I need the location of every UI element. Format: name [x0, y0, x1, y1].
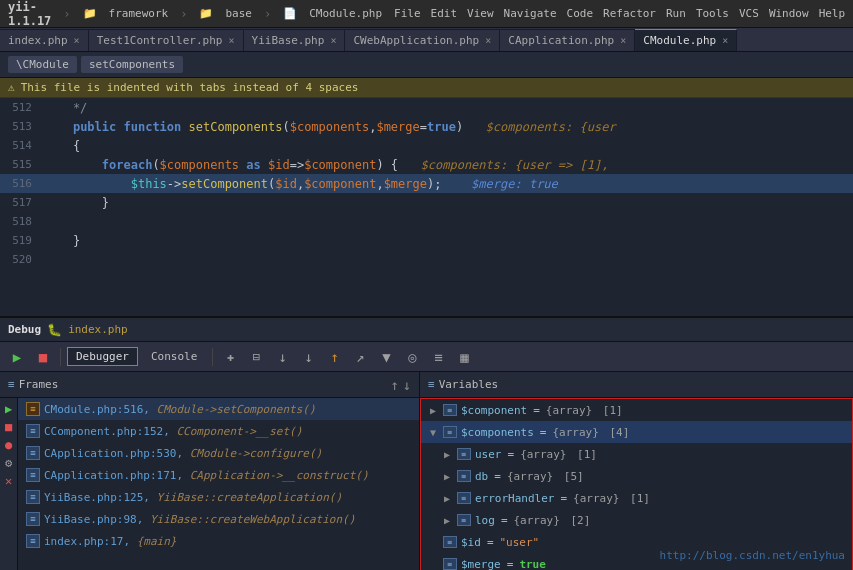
- frame-icon: ≡: [26, 534, 40, 548]
- frames-list: ▶ ■ ● ⚙ ✕ ≡ CModule.php:516, CModule->se…: [0, 398, 419, 570]
- frames-header: ≡ Frames ↑ ↓: [0, 372, 419, 398]
- menu-refactor[interactable]: Refactor: [603, 7, 656, 20]
- folder-icon2: 📁: [199, 7, 213, 20]
- var-type-icon: ≡: [443, 536, 457, 548]
- frame-item-2[interactable]: ≡ CApplication.php:530, CModule->configu…: [18, 442, 419, 464]
- toolbar-add-btn[interactable]: ✚: [219, 346, 241, 368]
- tab-console[interactable]: Console: [142, 347, 206, 366]
- expand-icon[interactable]: ▶: [441, 470, 453, 482]
- var-component[interactable]: ▶ ≡ $component = {array} [1]: [421, 399, 852, 421]
- toolbar-step-over-btn[interactable]: ↓: [271, 346, 293, 368]
- breadcrumb-framework: framework: [109, 7, 169, 20]
- frame-icon: ≡: [26, 468, 40, 482]
- menu-tools[interactable]: Tools: [696, 7, 729, 20]
- expand-icon[interactable]: ▼: [427, 426, 439, 438]
- menu-help[interactable]: Help: [819, 7, 846, 20]
- frames-title: ≡ Frames: [8, 378, 58, 391]
- frame-item-5[interactable]: ≡ YiiBase.php:98, YiiBase::createWebAppl…: [18, 508, 419, 530]
- code-line-516: 516 $this->setComponent($id,$component,$…: [0, 174, 853, 193]
- toolbar-watch-btn[interactable]: ◎: [401, 346, 423, 368]
- code-line-512: 512 */: [0, 98, 853, 117]
- warning-text: This file is indented with tabs instead …: [21, 81, 359, 94]
- tab-cwebapp[interactable]: CWebApplication.php ×: [345, 29, 500, 51]
- close-icon[interactable]: ×: [485, 35, 491, 46]
- tab-index-php[interactable]: index.php ×: [0, 29, 89, 51]
- toolbar-run-cursor-btn[interactable]: ↗: [349, 346, 371, 368]
- frames-icon: ≡: [8, 378, 15, 391]
- toolbar-settings-btn[interactable]: ≡: [427, 346, 449, 368]
- file-tabs: index.php × Test1Controller.php × YiiBas…: [0, 28, 853, 52]
- toolbar-step-into-btn[interactable]: ↓: [297, 346, 319, 368]
- var-db[interactable]: ▶ ≡ db = {array} [5]: [421, 465, 852, 487]
- breadcrumb-setcomponents[interactable]: setComponents: [81, 56, 183, 73]
- var-components[interactable]: ▼ ≡ $components = {array} [4]: [421, 421, 852, 443]
- frame-item-3[interactable]: ≡ CApplication.php:171, CApplication->__…: [18, 464, 419, 486]
- menu-vcs[interactable]: VCS: [739, 7, 759, 20]
- var-log[interactable]: ▶ ≡ log = {array} [2]: [421, 509, 852, 531]
- menu-run[interactable]: Run: [666, 7, 686, 20]
- code-line-514: 514 {: [0, 136, 853, 155]
- frames-down-btn[interactable]: ↓: [403, 377, 411, 393]
- watermark: http://blog.csdn.net/en1yhua: [660, 549, 845, 562]
- menu-file[interactable]: File: [394, 7, 421, 20]
- variables-icon: ≡: [428, 378, 435, 391]
- close-icon[interactable]: ×: [620, 35, 626, 46]
- frame-item-6[interactable]: ≡ index.php:17, {main}: [18, 530, 419, 552]
- var-errorhandler[interactable]: ▶ ≡ errorHandler = {array} [1]: [421, 487, 852, 509]
- var-type-icon: ≡: [457, 470, 471, 482]
- tab-yiibase[interactable]: YiiBase.php ×: [244, 29, 346, 51]
- folder-icon: 📁: [83, 7, 97, 20]
- menu-code[interactable]: Code: [567, 7, 594, 20]
- tab-cmodule[interactable]: CModule.php ×: [635, 29, 737, 51]
- tab-debugger[interactable]: Debugger: [67, 347, 138, 366]
- var-user[interactable]: ▶ ≡ user = {array} [1]: [421, 443, 852, 465]
- close-icon[interactable]: ×: [228, 35, 234, 46]
- code-editor[interactable]: 512 */ 513 public function setComponents…: [0, 98, 853, 318]
- tab-label: index.php: [8, 34, 68, 47]
- toolbar-sep1: [60, 348, 61, 366]
- side-play-icon[interactable]: ▶: [5, 402, 12, 416]
- frames-up-btn[interactable]: ↑: [390, 377, 398, 393]
- debug-file-label: index.php: [68, 323, 128, 336]
- menu-window[interactable]: Window: [769, 7, 809, 20]
- side-gear-icon[interactable]: ⚙: [5, 456, 12, 470]
- menu-navigate[interactable]: Navigate: [504, 7, 557, 20]
- close-icon[interactable]: ×: [722, 35, 728, 46]
- menu-view[interactable]: View: [467, 7, 494, 20]
- breadcrumb-file: CModule.php: [309, 7, 382, 20]
- frame-item-4[interactable]: ≡ YiiBase.php:125, YiiBase::createApplic…: [18, 486, 419, 508]
- debug-file-icon: 🐛: [47, 323, 62, 337]
- breadcrumb-separator3: ›: [264, 7, 271, 21]
- breadcrumb-separator2: ›: [180, 7, 187, 21]
- debug-main: ≡ Frames ↑ ↓ ▶ ■ ● ⚙ ✕: [0, 372, 853, 570]
- var-type-icon: ≡: [443, 558, 457, 570]
- expand-icon[interactable]: ▶: [441, 492, 453, 504]
- toolbar-stop-btn[interactable]: ■: [32, 346, 54, 368]
- frame-item-1[interactable]: ≡ CComponent.php:152, CComponent->__set(…: [18, 420, 419, 442]
- breadcrumb-cmodule[interactable]: \CModule: [8, 56, 77, 73]
- side-stop-icon[interactable]: ■: [5, 420, 12, 434]
- toolbar-layout-btn[interactable]: ▦: [453, 346, 475, 368]
- variables-panel: ≡ Variables ▶ ≡ $component = {array} [1]…: [420, 372, 853, 570]
- close-icon[interactable]: ×: [74, 35, 80, 46]
- expand-icon[interactable]: ▶: [441, 448, 453, 460]
- side-x-icon[interactable]: ✕: [5, 474, 12, 488]
- toolbar-filter-btn[interactable]: ⊟: [245, 346, 267, 368]
- tab-capp[interactable]: CApplication.php ×: [500, 29, 635, 51]
- expand-icon[interactable]: ▶: [441, 514, 453, 526]
- code-line-519: 519 }: [0, 231, 853, 250]
- var-type-icon: ≡: [457, 492, 471, 504]
- side-dot-icon[interactable]: ●: [5, 438, 12, 452]
- toolbar-step-out-btn[interactable]: ↑: [323, 346, 345, 368]
- toolbar-eval-btn[interactable]: ▼: [375, 346, 397, 368]
- variables-header: ≡ Variables: [420, 372, 853, 398]
- menu-edit[interactable]: Edit: [431, 7, 458, 20]
- frame-icon: ≡: [26, 490, 40, 504]
- frame-item-0[interactable]: ≡ CModule.php:516, CModule->setComponent…: [18, 398, 419, 420]
- expand-icon[interactable]: ▶: [427, 404, 439, 416]
- tab-test1controller[interactable]: Test1Controller.php ×: [89, 29, 244, 51]
- debug-label: Debug: [8, 323, 41, 336]
- close-icon[interactable]: ×: [330, 35, 336, 46]
- code-line-513: 513 public function setComponents($compo…: [0, 117, 853, 136]
- toolbar-play-btn[interactable]: ▶: [6, 346, 28, 368]
